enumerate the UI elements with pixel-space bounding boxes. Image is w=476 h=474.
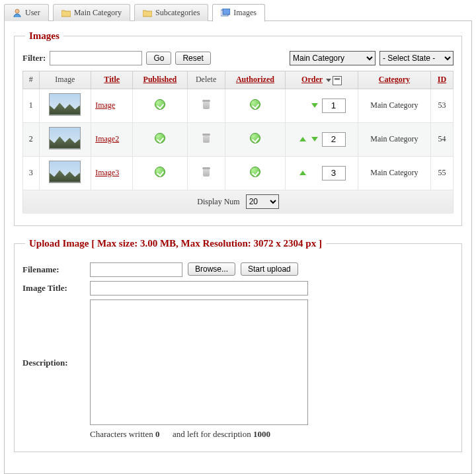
tab-label: Subcategories bbox=[155, 8, 200, 18]
svg-point-0 bbox=[15, 9, 19, 13]
cell-authorized bbox=[225, 122, 286, 156]
published-icon[interactable] bbox=[155, 99, 165, 110]
title-link[interactable]: Image bbox=[95, 100, 115, 110]
upload-legend: Upload Image [ Max size: 3.00 MB, Max Re… bbox=[25, 238, 326, 249]
order-input[interactable] bbox=[322, 99, 346, 113]
cell-id: 55 bbox=[430, 156, 453, 190]
category-select[interactable]: Main Category bbox=[290, 51, 376, 65]
display-num-row: Display Num 20 bbox=[23, 190, 454, 213]
col-authorized[interactable]: Authorized bbox=[225, 71, 286, 89]
thumbnail-image[interactable] bbox=[49, 161, 81, 183]
save-order-icon[interactable] bbox=[333, 76, 342, 85]
upload-fieldset: Upload Image [ Max size: 3.00 MB, Max Re… bbox=[14, 238, 462, 452]
tab-label: Main Category bbox=[74, 8, 122, 18]
sort-desc-icon bbox=[326, 79, 331, 82]
cell-order bbox=[286, 156, 358, 190]
tab-bar: User Main Category Subcategories Images bbox=[4, 4, 472, 21]
tab-label: Images bbox=[233, 8, 257, 18]
thumbnail-image[interactable] bbox=[49, 127, 81, 149]
published-icon[interactable] bbox=[155, 133, 165, 143]
authorized-icon[interactable] bbox=[250, 167, 260, 177]
tab-main-category[interactable]: Main Category bbox=[53, 4, 130, 21]
cell-authorized bbox=[225, 89, 286, 122]
images-legend: Images bbox=[25, 30, 63, 42]
images-icon bbox=[221, 9, 230, 18]
filter-row: Filter: Go Reset Main Category - Select … bbox=[22, 51, 454, 65]
cell-category: Main Category bbox=[358, 156, 430, 190]
published-icon[interactable] bbox=[155, 167, 165, 177]
delete-icon[interactable] bbox=[201, 133, 212, 143]
cell-delete bbox=[187, 156, 225, 190]
delete-icon[interactable] bbox=[201, 99, 212, 110]
col-category[interactable]: Category bbox=[358, 71, 430, 89]
col-id[interactable]: ID bbox=[430, 71, 453, 89]
cell-title: Image bbox=[91, 89, 133, 122]
images-table: # Image Title Published Delete Authorize… bbox=[22, 71, 454, 214]
cell-published bbox=[133, 89, 187, 122]
cell-title: Image3 bbox=[91, 156, 133, 190]
order-up-icon[interactable] bbox=[299, 171, 306, 175]
reset-button[interactable]: Reset bbox=[175, 52, 210, 65]
tab-label: User bbox=[25, 8, 40, 18]
thumbnail-image[interactable] bbox=[49, 93, 81, 116]
start-upload-button[interactable]: Start upload bbox=[241, 262, 298, 276]
cell-thumb[interactable] bbox=[39, 89, 91, 122]
svg-rect-2 bbox=[223, 9, 230, 15]
image-title-input[interactable] bbox=[90, 281, 308, 296]
cell-order bbox=[286, 89, 358, 122]
cell-authorized bbox=[225, 156, 286, 190]
description-label: Description: bbox=[22, 356, 85, 368]
description-textarea[interactable] bbox=[90, 299, 308, 425]
order-input[interactable] bbox=[322, 132, 346, 147]
authorized-icon[interactable] bbox=[250, 99, 260, 110]
authorized-icon[interactable] bbox=[250, 133, 260, 143]
cell-num: 2 bbox=[23, 122, 40, 156]
filter-input[interactable] bbox=[50, 51, 142, 65]
order-up-icon[interactable] bbox=[299, 137, 306, 141]
title-link[interactable]: Image3 bbox=[95, 168, 119, 177]
images-fieldset: Images Filter: Go Reset Main Category - … bbox=[14, 30, 462, 226]
cell-id: 53 bbox=[430, 89, 453, 122]
cell-num: 3 bbox=[23, 156, 40, 190]
cell-thumb[interactable] bbox=[39, 122, 91, 156]
cell-order bbox=[286, 122, 358, 156]
cell-delete bbox=[187, 89, 225, 122]
title-link[interactable]: Image2 bbox=[95, 134, 119, 143]
go-button[interactable]: Go bbox=[146, 52, 171, 65]
display-num-select[interactable]: 20 bbox=[246, 194, 279, 209]
tab-images[interactable]: Images bbox=[212, 4, 265, 22]
col-image: Image bbox=[39, 71, 91, 89]
filename-input[interactable] bbox=[90, 262, 182, 277]
image-title-label: Image Title: bbox=[22, 281, 85, 294]
table-row: 2Image2Main Category54 bbox=[23, 122, 454, 156]
char-counter: Characters written 0 and left for descri… bbox=[90, 429, 454, 440]
table-row: 1ImageMain Category53 bbox=[23, 89, 454, 122]
cell-thumb[interactable] bbox=[39, 156, 91, 190]
folder-icon bbox=[143, 9, 152, 17]
order-down-icon[interactable] bbox=[311, 103, 318, 108]
cell-category: Main Category bbox=[358, 122, 430, 156]
browse-button[interactable]: Browse... bbox=[188, 262, 235, 276]
folder-icon bbox=[61, 9, 71, 17]
filter-label: Filter: bbox=[22, 53, 46, 63]
col-delete: Delete bbox=[187, 71, 225, 89]
table-row: 3Image3Main Category55 bbox=[23, 156, 454, 190]
cell-delete bbox=[187, 122, 225, 156]
tab-panel: Images Filter: Go Reset Main Category - … bbox=[4, 20, 472, 474]
order-down-icon[interactable] bbox=[311, 137, 318, 141]
tab-subcategories[interactable]: Subcategories bbox=[134, 4, 208, 21]
col-num: # bbox=[23, 71, 40, 89]
cell-published bbox=[133, 156, 187, 190]
display-num-label: Display Num bbox=[197, 197, 239, 206]
col-order[interactable]: Order bbox=[286, 71, 358, 89]
delete-icon[interactable] bbox=[201, 167, 212, 177]
cell-id: 54 bbox=[430, 122, 453, 156]
col-published[interactable]: Published bbox=[133, 71, 187, 89]
cell-published bbox=[133, 122, 187, 156]
cell-category: Main Category bbox=[358, 89, 430, 122]
order-input[interactable] bbox=[322, 166, 346, 180]
state-select[interactable]: - Select State - bbox=[379, 51, 454, 65]
col-title[interactable]: Title bbox=[91, 71, 133, 89]
tab-user[interactable]: User bbox=[4, 4, 49, 21]
cell-title: Image2 bbox=[91, 122, 133, 156]
